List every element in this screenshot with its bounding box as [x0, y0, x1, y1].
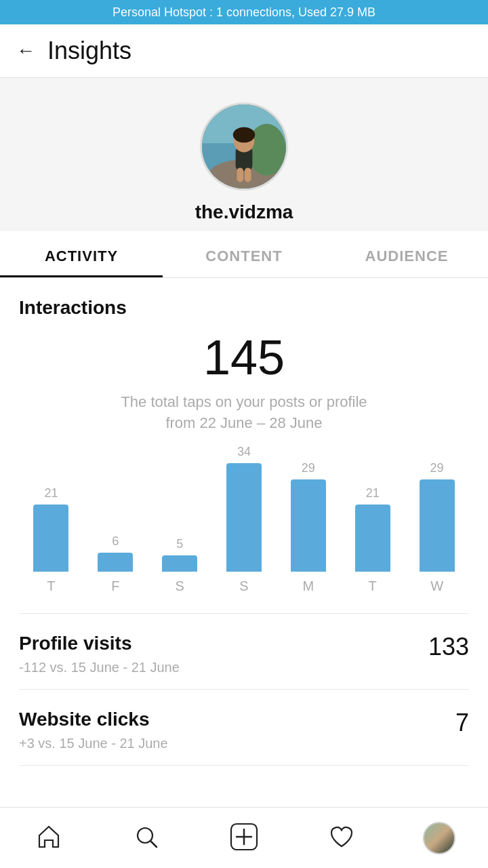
nav-add-button[interactable]: [217, 818, 271, 859]
profile-visits-row[interactable]: Profile visits -112 vs. 15 June - 21 Jun…: [0, 614, 488, 689]
add-icon: [230, 823, 258, 853]
status-bar-text: Personal Hotspot : 1 connections, Used 2…: [113, 5, 375, 20]
nav-search-button[interactable]: [119, 818, 174, 859]
bar-day-label: T: [369, 578, 377, 594]
bar: [98, 553, 133, 572]
tab-audience[interactable]: AUDIENCE: [325, 231, 488, 277]
chart-section: 145 The total taps on your posts or prof…: [0, 330, 488, 613]
profile-visits-change: -112 vs. 15 June - 21 June: [19, 660, 180, 675]
bar-day-label: T: [47, 578, 55, 594]
bar-col: 6F: [83, 534, 148, 594]
website-clicks-left: Website clicks +3 vs. 15 June - 21 June: [19, 709, 168, 751]
bar-col: 5S: [148, 537, 212, 594]
svg-rect-8: [245, 167, 251, 182]
bar-value-label: 29: [302, 461, 315, 475]
interactions-section: Interactions 145 The total taps on your …: [0, 278, 488, 613]
svg-line-10: [150, 841, 157, 847]
bar-col: 21T: [340, 486, 405, 594]
bar-day-label: S: [239, 578, 248, 594]
bar-col: 21T: [19, 486, 83, 594]
website-clicks-value: 7: [455, 709, 469, 737]
bar-value-label: 5: [176, 537, 183, 551]
bar: [291, 479, 326, 572]
bar-col: 29W: [405, 461, 469, 594]
bar-col: 29M: [276, 461, 340, 594]
bar: [355, 505, 390, 572]
bar-day-label: M: [303, 578, 314, 594]
page-title: Insights: [47, 37, 131, 65]
search-icon: [134, 824, 159, 852]
tabs-container: ACTIVITY CONTENT AUDIENCE: [0, 231, 488, 278]
bar-value-label: 21: [366, 486, 380, 500]
interactions-title: Interactions: [0, 278, 488, 330]
bar-value-label: 6: [112, 534, 119, 549]
bar: [33, 505, 68, 572]
profile-section: the.vidzma: [0, 78, 488, 231]
home-icon: [36, 824, 62, 852]
back-button[interactable]: ←: [16, 40, 35, 62]
content-area: Interactions 145 The total taps on your …: [0, 278, 488, 766]
bar: [226, 463, 262, 572]
bar-value-label: 29: [430, 461, 444, 475]
interactions-count: 145: [19, 330, 469, 385]
profile-visits-left: Profile visits -112 vs. 15 June - 21 Jun…: [19, 633, 180, 675]
nav-profile-avatar: [423, 822, 455, 854]
nav-likes-button[interactable]: [314, 818, 369, 859]
svg-rect-7: [237, 167, 244, 182]
username: the.vidzma: [195, 201, 293, 223]
bar-day-label: S: [175, 578, 184, 594]
bar-value-label: 21: [44, 486, 58, 500]
bottom-nav: [0, 807, 488, 868]
nav-profile-button[interactable]: [412, 818, 466, 859]
bar: [420, 479, 455, 572]
status-bar: Personal Hotspot : 1 connections, Used 2…: [0, 0, 488, 24]
tab-content[interactable]: CONTENT: [163, 231, 325, 277]
website-clicks-label: Website clicks: [19, 709, 168, 730]
bar-chart: 21T6F5S34S29M21T29W: [19, 458, 469, 594]
website-clicks-row[interactable]: Website clicks +3 vs. 15 June - 21 June …: [0, 690, 488, 765]
bar-day-label: F: [111, 578, 119, 594]
nav-home-button[interactable]: [22, 818, 76, 859]
tab-activity[interactable]: ACTIVITY: [0, 231, 163, 277]
header: ← Insights: [0, 24, 488, 78]
chart-subtitle: The total taps on your posts or profilef…: [19, 392, 469, 434]
svg-point-6: [233, 127, 255, 142]
heart-icon: [329, 824, 354, 852]
avatar[interactable]: [200, 102, 288, 191]
bar-day-label: W: [430, 578, 443, 594]
website-clicks-change: +3 vs. 15 June - 21 June: [19, 736, 168, 751]
profile-visits-label: Profile visits: [19, 633, 180, 654]
bar-value-label: 34: [237, 445, 251, 459]
profile-visits-value: 133: [428, 633, 469, 661]
bar: [162, 555, 197, 572]
bar-col: 34S: [212, 445, 277, 594]
